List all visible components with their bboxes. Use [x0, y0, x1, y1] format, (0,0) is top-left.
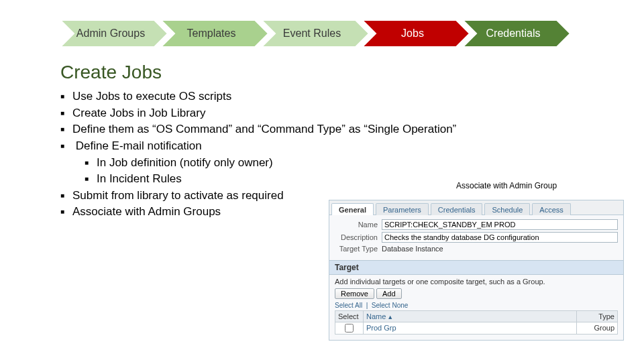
bullet: Define them as “OS Command” and “Command… — [72, 121, 617, 138]
chevron-event-rules: Event Rules — [262, 20, 362, 47]
associate-caption: Associate with Admin Group — [456, 181, 557, 190]
remove-button[interactable]: Remove — [335, 288, 374, 299]
sub-bullet: In Job definition (notify only owner) — [97, 155, 617, 172]
chevron-label: Credentials — [486, 27, 541, 39]
add-button[interactable]: Add — [376, 288, 402, 299]
tab-bar: General Parameters Credentials Schedule … — [329, 200, 623, 215]
target-type-label: Target Type — [335, 245, 382, 253]
target-type-value: Database Instance — [382, 245, 443, 253]
chevron-label: Admin Groups — [76, 27, 145, 39]
chevron-templates: Templates — [161, 20, 262, 47]
chevron-label: Event Rules — [283, 27, 341, 39]
chevron-label: Jobs — [401, 27, 424, 39]
row-type: Group — [577, 322, 617, 334]
bullet: Create Jobs in Job Library — [72, 105, 617, 122]
target-hint: Add individual targets or one composite … — [335, 278, 618, 286]
slide-title: Create Jobs — [60, 62, 617, 83]
chevron-nav: Admin Groups Templates Event Rules Jobs … — [60, 20, 617, 47]
tab-access[interactable]: Access — [532, 203, 570, 215]
col-type: Type — [577, 311, 617, 322]
chevron-jobs: Jobs — [362, 20, 463, 47]
target-header: Target — [329, 260, 623, 275]
description-label: Description — [335, 233, 382, 241]
target-area: Add individual targets or one composite … — [329, 275, 623, 340]
chevron-admin-groups: Admin Groups — [60, 20, 161, 47]
bullet: Define E-mail notification In Job defini… — [72, 138, 617, 188]
slide: Admin Groups Templates Event Rules Jobs … — [0, 0, 644, 362]
name-input[interactable] — [382, 219, 618, 230]
general-form: Name Description Target Type Database In… — [329, 215, 623, 260]
bullet: Use Jobs to execute OS scripts — [72, 88, 617, 105]
select-all-link[interactable]: Select All — [335, 302, 362, 309]
select-none-link[interactable]: Select None — [372, 302, 408, 309]
row-select-checkbox[interactable] — [345, 324, 354, 333]
col-select: Select — [335, 311, 364, 322]
col-name-text: Name — [366, 312, 386, 320]
row-name: Prod Grp — [364, 322, 577, 334]
tab-parameters[interactable]: Parameters — [376, 203, 429, 215]
col-name[interactable]: Name▲ — [364, 311, 577, 322]
description-input[interactable] — [382, 232, 618, 243]
tab-general[interactable]: General — [331, 203, 374, 215]
table-row: Prod Grp Group — [335, 322, 617, 334]
chevron-label: Templates — [187, 27, 236, 39]
tab-credentials[interactable]: Credentials — [431, 203, 483, 215]
chevron-credentials: Credentials — [463, 20, 564, 47]
em-job-panel: General Parameters Credentials Schedule … — [329, 200, 624, 341]
name-label: Name — [335, 221, 382, 229]
bullet-text: Define E-mail notification — [76, 139, 202, 152]
sort-asc-icon: ▲ — [386, 314, 393, 320]
targets-grid: Select Name▲ Type Prod Grp Group — [335, 310, 618, 335]
tab-schedule[interactable]: Schedule — [484, 203, 530, 215]
